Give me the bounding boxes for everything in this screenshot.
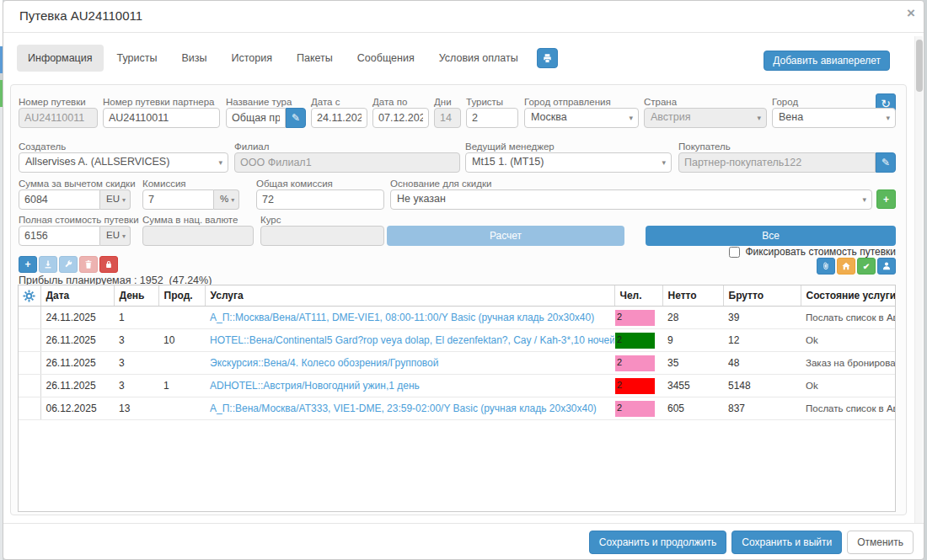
city-value: Вена (779, 111, 803, 123)
table-row[interactable]: 26.11.2025 3 1 ADHOTEL::Австрия/Новогодн… (19, 375, 895, 397)
city-label: Город (772, 97, 798, 107)
full-cost-label: Полная стоимость путевки (19, 215, 139, 225)
cell-date: 26.11.2025 (40, 352, 114, 375)
header-service[interactable]: Услуга (205, 285, 614, 307)
tour-name-label: Название тура (226, 97, 292, 107)
persons-count: 2 (617, 357, 622, 367)
tab-visas[interactable]: Визы (170, 45, 217, 72)
table-header-row: Дата День Прод. Услуга Чел. Нетто Брутто… (19, 285, 895, 307)
header-net[interactable]: Нетто (662, 285, 723, 307)
partner-voucher-number-label: Номер путевки партнера (103, 97, 214, 107)
amount-currency-select[interactable]: EU▾ (100, 189, 131, 210)
departure-city-select[interactable]: Москва ▾ (524, 108, 639, 128)
edit-tour-name-button[interactable]: ✎ (286, 108, 306, 128)
tab-payment-terms[interactable]: Условия оплаты (428, 45, 529, 72)
cancel-button[interactable]: Отменить (847, 531, 914, 554)
print-button[interactable] (537, 48, 558, 68)
tour-name-field[interactable] (226, 108, 286, 128)
persons-count: 2 (617, 334, 622, 344)
table-row[interactable]: 24.11.2025 1 А_П::Москва/Вена/AT111, DME… (19, 307, 895, 329)
header-persons[interactable]: Чел. (614, 285, 662, 307)
service-link[interactable]: ADHOTEL::Австрия/Новогодний ужин,1 день (210, 380, 420, 392)
discount-reason-select[interactable]: Не указан ▾ (390, 189, 872, 210)
lock-services-button[interactable] (99, 256, 118, 273)
service-link[interactable]: HOTEL::Вена/Continental5 Gard?rop veya d… (210, 334, 614, 346)
scrollbar-thumb[interactable] (916, 40, 923, 92)
full-cost-currency-select[interactable]: EU▾ (100, 226, 131, 246)
fix-cost-row: Фиксировать стоимость путевки (593, 246, 896, 258)
add-discount-button[interactable]: + (876, 189, 896, 209)
cell-date: 26.11.2025 (40, 375, 114, 397)
plus-icon: + (883, 194, 889, 205)
cell-net: 605 (662, 397, 723, 420)
national-amount-field (142, 226, 254, 246)
date-to-label: Дата по (372, 97, 407, 107)
header-gross[interactable]: Брутто (723, 285, 801, 307)
column-settings-button[interactable] (19, 285, 40, 307)
save-exit-button[interactable]: Сохранить и выйти (731, 531, 842, 554)
total-commission-field[interactable] (256, 189, 384, 210)
amount-after-discount-field[interactable] (19, 189, 100, 210)
commission-unit-select[interactable]: %▾ (214, 189, 239, 210)
cell-day: 3 (114, 375, 158, 397)
header-date[interactable]: Дата (40, 285, 114, 307)
cell-prod (158, 352, 205, 375)
edit-buyer-button[interactable]: ✎ (876, 152, 896, 173)
date-to-field[interactable] (372, 108, 429, 128)
trash-icon (83, 259, 94, 269)
delete-service-button[interactable] (79, 256, 98, 273)
modal-footer: Сохранить и продолжить Сохранить и выйти… (3, 523, 924, 560)
check-icon: ✔ (863, 262, 870, 271)
all-button[interactable]: Все (646, 226, 896, 246)
import-service-button[interactable] (39, 256, 57, 273)
tab-tourists[interactable]: Туристы (106, 45, 169, 72)
add-flight-button[interactable]: Добавить авиаперелет (764, 51, 890, 71)
table-row[interactable]: 06.12.2025 13 А_П::Вена/Москва/AT333, VI… (19, 397, 895, 420)
save-continue-button[interactable]: Сохранить и продолжить (589, 531, 726, 554)
service-link[interactable]: А_П::Вена/Москва/AT333, VIE1-DME, 23:59-… (210, 403, 597, 414)
persons-count: 2 (617, 380, 622, 390)
pencil-icon: ✎ (292, 112, 300, 124)
header-status[interactable]: Состояние услуги (801, 285, 895, 307)
service-link[interactable]: Экскурсия::Вена/4. Колесо обозрения/Груп… (210, 357, 438, 369)
cell-day: 3 (114, 352, 158, 375)
service-link[interactable]: А_П::Москва/Вена/AT111, DME-VIE1, 08:00-… (210, 312, 594, 323)
commission-unit-value: % (220, 194, 228, 204)
tourist-button[interactable] (877, 258, 896, 275)
header-day[interactable]: День (114, 285, 158, 307)
city-select[interactable]: Вена ▾ (772, 108, 896, 128)
fix-cost-checkbox[interactable] (729, 247, 740, 258)
table-row[interactable]: 26.11.2025 3 Экскурсия::Вена/4. Колесо о… (19, 352, 895, 375)
creator-label: Создатель (19, 141, 66, 152)
buyer-field (678, 152, 876, 173)
modal-title: Путевка AU24110011 (19, 8, 142, 23)
full-cost-field[interactable] (19, 226, 100, 246)
creator-select[interactable]: Allservises A. (ALLSERVICES) ▾ (19, 152, 228, 173)
tab-packages[interactable]: Пакеты (286, 45, 344, 72)
caret-down-icon: ▾ (886, 114, 890, 122)
cell-date: 06.12.2025 (40, 397, 114, 420)
partner-voucher-number-field[interactable] (103, 108, 220, 128)
table-row[interactable]: 26.11.2025 3 10 HOTEL::Вена/Continental5… (19, 329, 895, 352)
tourists-field[interactable] (466, 108, 518, 128)
printer-icon (542, 53, 553, 64)
tab-messages[interactable]: Сообщения (346, 45, 426, 72)
tab-information[interactable]: Информация (17, 45, 104, 72)
scrollbar-track[interactable] (914, 36, 923, 523)
add-service-button[interactable]: + (19, 256, 37, 273)
cell-prod (158, 307, 205, 329)
commission-label: Комиссия (142, 179, 186, 189)
header-prod[interactable]: Прод. (158, 285, 205, 307)
calculate-button[interactable]: Расчет (387, 226, 624, 246)
attachments-button[interactable] (817, 258, 835, 275)
commission-field[interactable] (142, 189, 214, 210)
confirm-button[interactable]: ✔ (857, 258, 876, 275)
close-icon[interactable]: × (907, 6, 915, 20)
cell-prod (158, 397, 205, 420)
caret-down-icon: ▾ (122, 196, 126, 204)
tab-history[interactable]: История (221, 45, 283, 72)
home-button[interactable] (837, 258, 855, 275)
edit-service-button[interactable] (59, 256, 78, 273)
date-from-field[interactable] (311, 108, 367, 128)
lead-manager-select[interactable]: Mt15 1. (MT15) ▾ (465, 152, 672, 173)
